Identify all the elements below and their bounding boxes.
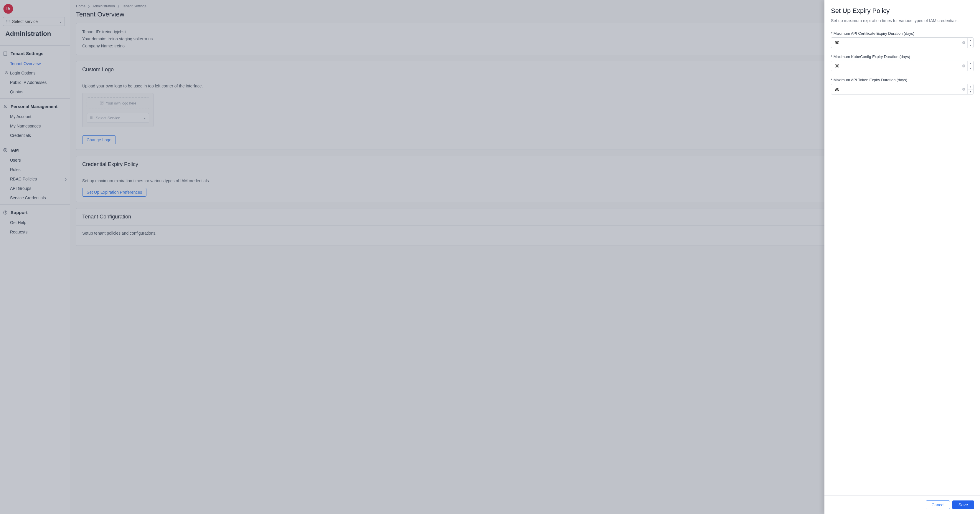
- clear-icon[interactable]: [960, 61, 967, 71]
- step-up-icon[interactable]: ▲: [967, 84, 973, 89]
- save-button[interactable]: Save: [952, 500, 974, 509]
- duration-input[interactable]: [835, 40, 960, 45]
- number-input-wrap: ▲▼: [831, 61, 974, 71]
- duration-input[interactable]: [835, 87, 960, 92]
- cancel-button[interactable]: Cancel: [926, 500, 950, 509]
- drawer-title: Set Up Expiry Policy: [831, 7, 974, 15]
- clear-icon[interactable]: [960, 38, 967, 48]
- step-up-icon[interactable]: ▲: [967, 38, 973, 43]
- form-group: * Maximum API Token Expiry Duration (day…: [831, 78, 974, 95]
- form-group: * Maximum API Certificate Expiry Duratio…: [831, 31, 974, 48]
- expiry-policy-drawer: Set Up Expiry Policy Set up maximum expi…: [824, 0, 980, 514]
- duration-input[interactable]: [835, 63, 960, 68]
- clear-icon[interactable]: [960, 84, 967, 94]
- quantity-stepper: ▲▼: [967, 84, 973, 94]
- quantity-stepper: ▲▼: [967, 38, 973, 48]
- number-input-wrap: ▲▼: [831, 84, 974, 95]
- field-label: * Maximum KubeConfig Expiry Duration (da…: [831, 54, 974, 59]
- drawer-desc: Set up maximum expiration times for vari…: [831, 18, 974, 23]
- field-label: * Maximum API Token Expiry Duration (day…: [831, 78, 974, 82]
- number-input-wrap: ▲▼: [831, 37, 974, 48]
- field-label: * Maximum API Certificate Expiry Duratio…: [831, 31, 974, 36]
- step-down-icon[interactable]: ▼: [967, 43, 973, 48]
- step-up-icon[interactable]: ▲: [967, 61, 973, 66]
- quantity-stepper: ▲▼: [967, 61, 973, 71]
- drawer-footer: Cancel Save: [824, 495, 980, 514]
- step-down-icon[interactable]: ▼: [967, 66, 973, 71]
- step-down-icon[interactable]: ▼: [967, 89, 973, 95]
- form-group: * Maximum KubeConfig Expiry Duration (da…: [831, 54, 974, 71]
